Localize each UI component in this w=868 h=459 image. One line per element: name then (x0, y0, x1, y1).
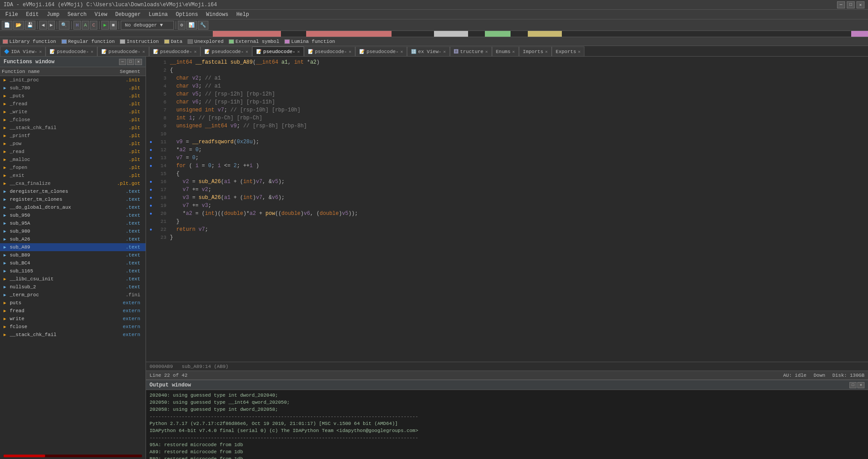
func-fopen-plt[interactable]: ▶ _fopen .plt (0, 164, 146, 172)
toolbar-fwd[interactable]: ▶ (48, 21, 55, 30)
func-term-proc[interactable]: ▶ _term_proc .fini (0, 291, 146, 299)
output-header: Output window □ ✕ (146, 380, 868, 390)
menu-edit[interactable]: Edit (23, 11, 42, 19)
menu-options[interactable]: Options (172, 11, 201, 19)
menu-help[interactable]: Help (233, 11, 253, 19)
line-num-14: 14 (154, 163, 170, 168)
tab-imports[interactable]: Imports ✕ (519, 46, 552, 56)
tab-enums[interactable]: Enums ✕ (492, 46, 519, 56)
tab-pseudo-2[interactable]: 📝 pseudocode- ✕ (97, 46, 149, 56)
tab-pseudo6-close[interactable]: ✕ (349, 49, 351, 54)
func-sub-950[interactable]: ▶ sub_950 .text (0, 211, 146, 219)
tab-structure[interactable]: 🅰 tructure ✕ (450, 46, 492, 56)
tab-imports-close[interactable]: ✕ (545, 49, 548, 54)
menu-jump[interactable]: Jump (43, 11, 63, 19)
tab-pseudo-1[interactable]: 📝 pseudocode- ✕ (46, 46, 97, 56)
tab-pseudo-6[interactable]: 📝 pseudocode- ✕ (304, 46, 356, 56)
func-sub-bc4[interactable]: ▶ sub_BC4 .text (0, 259, 146, 267)
func-do-global[interactable]: ▶ __do_global_dtors_aux .text (0, 203, 146, 211)
output-float-btn[interactable]: □ (849, 382, 856, 388)
close-button[interactable]: ✕ (856, 1, 864, 8)
func-malloc-plt[interactable]: ▶ _malloc .plt (0, 156, 146, 164)
menu-windows[interactable]: Windows (203, 11, 232, 19)
navigation-strip[interactable] (0, 31, 868, 37)
legend-unexplored-dot (188, 39, 193, 44)
toolbar-stop[interactable]: ■ (110, 21, 117, 30)
func-fread-extern[interactable]: ▶ fread extern (0, 307, 146, 315)
func-printf-plt[interactable]: ▶ _printf .plt (0, 132, 146, 140)
func-sub-1165[interactable]: ▶ sub_1165 .text (0, 267, 146, 275)
minimize-button[interactable]: — (837, 1, 845, 8)
func-sub-b89[interactable]: ▶ sub_B89 .text (0, 251, 146, 259)
func-libc-csu-init[interactable]: ▶ __libc_csu_init .text (0, 275, 146, 283)
tab-pseudo-3[interactable]: 📝 pseudocode- ✕ (149, 46, 201, 56)
func-write-extern[interactable]: ▶ write extern (0, 315, 146, 323)
menu-search[interactable]: Search (64, 11, 90, 19)
menu-debugger[interactable]: Debugger (111, 11, 144, 19)
tab-enum-close[interactable]: ✕ (512, 49, 515, 54)
toolbar-back[interactable]: ◀ (39, 21, 47, 30)
func-fclose-extern[interactable]: ▶ fclose extern (0, 323, 146, 331)
menu-view[interactable]: View (91, 11, 111, 19)
toolbar-new[interactable]: 📄 (2, 21, 12, 30)
toolbar-run[interactable]: ▶ (101, 21, 109, 30)
func-exit-plt[interactable]: ▶ _exit .plt (0, 172, 146, 180)
func-sub-a26[interactable]: ▶ sub_A26 .text (0, 235, 146, 243)
func-pow-plt[interactable]: ▶ _pow .plt (0, 140, 146, 148)
legend-instruction-dot (120, 39, 125, 44)
output-close-btn[interactable]: ✕ (857, 382, 864, 388)
toolbar-extra3[interactable]: 🔧 (198, 21, 208, 30)
func-register-tm[interactable]: ▶ register_tm_clones .text (0, 195, 146, 203)
debugger-selector[interactable]: No debugger ▼ (121, 21, 174, 30)
tab-ex-close[interactable]: ✕ (443, 49, 446, 54)
pseudocode-view[interactable]: 1 __int64 __fastcall sub_A89(__int64 a1,… (146, 57, 868, 362)
func-stack-chk-extern[interactable]: ▶ __stack_chk_fail extern (0, 331, 146, 339)
toolbar-asm[interactable]: A (82, 21, 89, 30)
tab-pseudo-7[interactable]: 📝 pseudocode- ✕ (355, 46, 407, 56)
tab-pseudo1-close[interactable]: ✕ (91, 49, 93, 54)
tab-pseudo-5-active[interactable]: 📝 pseudocode- ✕ (252, 46, 304, 56)
func-fclose-plt[interactable]: ▶ _fclose .plt (0, 116, 146, 124)
tab-exports[interactable]: Exports ✕ (552, 46, 584, 56)
tab-ex-view[interactable]: 🔢 ex View- ✕ (407, 46, 450, 56)
toolbar-hex[interactable]: H (73, 21, 81, 30)
tab-ida-close[interactable]: ✕ (39, 49, 42, 54)
func-sub-780[interactable]: ▶ sub_780 .plt (0, 84, 146, 92)
func-puts-extern[interactable]: ▶ puts extern (0, 299, 146, 307)
func-minimize-btn[interactable]: — (119, 59, 126, 65)
func-puts-plt[interactable]: ▶ _puts .plt (0, 92, 146, 100)
func-sub-a89[interactable]: ▶ sub_A89 .text (0, 243, 146, 251)
func-read-plt[interactable]: ▶ _read .plt (0, 148, 146, 156)
func-sub-980[interactable]: ▶ sub_980 .text (0, 227, 146, 235)
tab-pseudo3-close[interactable]: ✕ (194, 49, 196, 54)
tab-pseudo-4[interactable]: 📝 pseudocode- ✕ (200, 46, 252, 56)
func-fread-plt[interactable]: ▶ _fread .plt (0, 100, 146, 108)
tab-pseudo4-close[interactable]: ✕ (246, 49, 248, 54)
func-deregister-tm[interactable]: ▶ deregister_tm_clones .text (0, 187, 146, 195)
func-stack-chk-fail[interactable]: ▶ __stack_chk_fail .plt (0, 124, 146, 132)
toolbar-c[interactable]: C (90, 21, 97, 30)
func-sub-95a[interactable]: ▶ sub_95A .text (0, 219, 146, 227)
toolbar-extra2[interactable]: 📊 (186, 21, 197, 30)
tab-exports-close[interactable]: ✕ (578, 49, 580, 54)
func-init-proc[interactable]: ▶ _init_proc .init (0, 76, 146, 84)
func-cxa-finalize[interactable]: ▶ __cxa_finalize .plt.got (0, 180, 146, 187)
functions-list[interactable]: ▶ _init_proc .init ▶ sub_780 .plt ▶ _put… (0, 76, 146, 453)
tab-str-close[interactable]: ✕ (485, 49, 488, 54)
tab-ida-view[interactable]: 🔷 IDA View- ✕ (0, 46, 46, 56)
maximize-button[interactable]: □ (847, 1, 855, 8)
func-write-plt[interactable]: ▶ _write .plt (0, 108, 146, 116)
func-name-register: register_tm_clones (10, 197, 108, 202)
toolbar-extra1[interactable]: ⚙ (178, 21, 185, 30)
func-float-btn[interactable]: □ (127, 59, 134, 65)
toolbar-save[interactable]: 💾 (25, 21, 35, 30)
toolbar-search[interactable]: 🔍 (59, 21, 69, 30)
menu-lumina[interactable]: Lumina (145, 11, 171, 19)
toolbar-open[interactable]: 📂 (13, 21, 24, 30)
func-nullsub-2[interactable]: ▶ nullsub_2 .text (0, 283, 146, 291)
tab-pseudo2-close[interactable]: ✕ (142, 49, 145, 54)
func-close-btn[interactable]: ✕ (135, 59, 142, 65)
tab-pseudo7-close[interactable]: ✕ (400, 49, 403, 54)
tab-pseudo5-close[interactable]: ✕ (297, 49, 300, 54)
menu-file[interactable]: File (2, 11, 22, 19)
